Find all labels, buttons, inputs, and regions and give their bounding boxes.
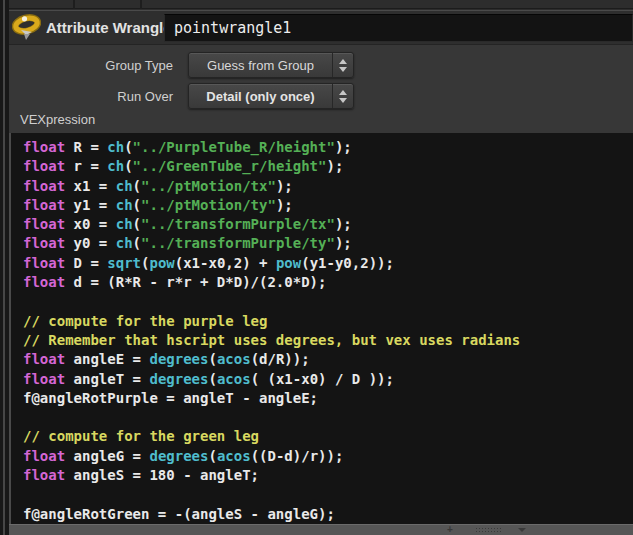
pane-tab-strip [9, 0, 633, 9]
code-line [23, 292, 633, 311]
code-line: f@angleRotPurple = angleT - angleE; [23, 389, 633, 408]
code-line: // compute for the purple leg [23, 312, 633, 331]
group-type-dropdown[interactable]: Guess from Group [188, 52, 354, 78]
code-line: float x1 = ch("../ptMotion/tx"); [23, 177, 633, 196]
code-line: float x0 = ch("../transformPurple/tx"); [23, 215, 633, 234]
code-line: float angleG = degrees(acos((D-d)/r)); [23, 447, 633, 466]
arrow-up-icon [339, 90, 347, 95]
code-line: f@angleRotGreen = -(angleS - angleG); [23, 505, 633, 524]
code-line [23, 485, 633, 504]
code-line: float d = (R*R - r*r + D*D)/(2.0*D); [23, 273, 633, 292]
code-line: float r = ch("../GreenTube_r/height"); [23, 157, 633, 176]
grip-dots-icon[interactable] [475, 527, 501, 533]
node-name-input[interactable] [164, 14, 633, 42]
code-line: // Remember that hscript uses degrees, b… [23, 331, 633, 350]
node-header: Attribute Wrangle [9, 10, 633, 44]
vexpression-label: VEXpression [20, 112, 95, 127]
code-line: float D = sqrt(pow(x1-x0,2) + pow(y1-y0,… [23, 254, 633, 273]
collapse-arrow-icon[interactable] [518, 528, 526, 532]
pane-splitter[interactable] [0, 0, 9, 535]
code-line: // compute for the green leg [23, 427, 633, 446]
run-over-value: Detail (only once) [189, 84, 332, 108]
tab-edge-divider [73, 0, 75, 9]
wrangle-icon[interactable] [12, 13, 41, 42]
spinner-arrows-icon[interactable] [332, 84, 353, 108]
code-line: float y1 = ch("../ptMotion/ty"); [23, 196, 633, 215]
vex-code: float R = ch("../PurpleTube_R/height");f… [23, 138, 633, 524]
code-line: float y0 = ch("../transformPurple/ty"); [23, 234, 633, 253]
arrow-up-icon [339, 59, 347, 64]
spinner-arrows-icon[interactable] [332, 53, 353, 77]
code-line [23, 408, 633, 427]
code-line: float R = ch("../PurpleTube_R/height"); [23, 138, 633, 157]
group-type-label: Group Type [9, 58, 173, 73]
parameter-area: Group Type Guess from Group Run Over Det… [9, 44, 633, 133]
editor-resize-bar[interactable]: + [9, 524, 633, 535]
vex-code-editor[interactable]: float R = ch("../PurpleTube_R/height");f… [9, 133, 633, 524]
group-type-value: Guess from Group [189, 53, 332, 77]
arrow-down-icon [339, 67, 347, 72]
node-type-label: Attribute Wrangle [46, 19, 172, 36]
run-over-label: Run Over [9, 89, 173, 104]
plus-icon[interactable]: + [447, 524, 453, 535]
arrow-down-icon [339, 98, 347, 103]
run-over-dropdown[interactable]: Detail (only once) [188, 83, 354, 109]
tab-edge-divider [140, 0, 142, 9]
code-line: float angleS = 180 - angleT; [23, 466, 633, 485]
splitter-line [3, 0, 5, 535]
code-line: float angleE = degrees(acos(d/R)); [23, 350, 633, 369]
code-line: float angleT = degrees(acos( (x1-x0) / D… [23, 370, 633, 389]
